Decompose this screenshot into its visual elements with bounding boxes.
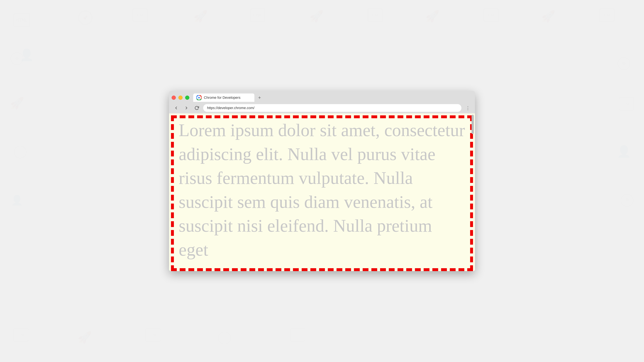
bg-icon-1: HTML (13, 13, 30, 28)
active-tab[interactable]: Chrome for Developers (193, 93, 254, 102)
svg-point-29 (14, 146, 26, 158)
svg-text:⚙: ⚙ (15, 56, 19, 61)
bg-icon-9: HTML (483, 8, 499, 23)
bg-icon-left-1: 🚀 (10, 96, 24, 112)
bg-icon-left-2 (13, 145, 27, 160)
svg-text:HTML: HTML (136, 13, 144, 17)
svg-text:🚀: 🚀 (10, 96, 24, 110)
svg-text:⚙: ⚙ (622, 61, 626, 66)
bg-icon-2: 🚀 (77, 10, 94, 26)
svg-text:👤: 👤 (20, 48, 34, 62)
svg-text:🚀: 🚀 (541, 10, 556, 23)
reload-button[interactable] (193, 104, 200, 112)
scrollbar[interactable] (471, 113, 474, 271)
svg-text:👤: 👤 (11, 195, 23, 206)
bg-icon-3: HTML (132, 8, 148, 23)
maximize-button[interactable] (185, 96, 189, 100)
browser-window: Chrome for Developers + (169, 91, 475, 271)
svg-text:HTML: HTML (16, 17, 27, 23)
svg-text:🚀: 🚀 (310, 10, 324, 23)
svg-text:🚀: 🚀 (194, 10, 208, 23)
svg-text:HTML: HTML (602, 13, 611, 17)
url-text: https://developer.chrome.com/ (207, 106, 458, 110)
forward-button[interactable] (182, 104, 190, 112)
svg-text:HTML: HTML (622, 102, 631, 105)
tab-favicon (196, 95, 202, 100)
minimize-button[interactable] (178, 96, 182, 100)
bg-icon-b5 (290, 328, 306, 343)
svg-point-40 (198, 97, 200, 98)
svg-text:HTML: HTML (16, 333, 25, 337)
svg-text:🚀: 🚀 (83, 15, 88, 20)
close-button[interactable] (172, 96, 176, 100)
bg-icon-b4 (217, 331, 232, 346)
bg-icon-6: 🚀 (309, 10, 324, 25)
bg-icon-left-3: 👤 (10, 193, 24, 208)
bg-icon-8: 🚀 (425, 10, 440, 25)
bg-icon-right-4: ⚙ (620, 193, 634, 208)
bg-icon-r2-2: 👤 (19, 48, 34, 63)
bg-icon-b3: HTML (145, 328, 161, 343)
back-button[interactable] (172, 104, 180, 112)
bg-icon-10: 🚀 (541, 10, 556, 25)
bg-icon-7: HTML (367, 8, 383, 23)
svg-text:⚙: ⚙ (625, 197, 629, 202)
bg-icon-b1: HTML (13, 328, 29, 343)
bg-icon-11: HTML (599, 8, 615, 23)
address-bar[interactable]: https://developer.chrome.com/ (203, 104, 462, 112)
svg-text:HTML: HTML (371, 13, 380, 17)
svg-rect-37 (290, 328, 305, 341)
nav-bar: https://developer.chrome.com/ ⋮ (169, 102, 475, 113)
svg-point-36 (218, 332, 231, 344)
page-content: Lorem ipsum dolor sit amet, consectetur … (169, 113, 475, 271)
svg-text:HTML: HTML (253, 13, 262, 17)
dashed-border (171, 115, 473, 271)
back-icon (174, 106, 178, 110)
svg-text:🚀: 🚀 (78, 331, 92, 344)
svg-text:HTML: HTML (148, 333, 157, 337)
reload-icon (194, 106, 199, 110)
bg-icon-right-1: ⚙ (617, 56, 631, 71)
bg-icon-5: HTML (250, 8, 266, 23)
svg-text:👤: 👤 (617, 145, 631, 158)
bg-icon-right-2: HTML (618, 96, 634, 112)
bg-icon-right-3: 👤 (617, 145, 631, 160)
menu-button[interactable]: ⋮ (464, 104, 472, 112)
title-bar: Chrome for Developers + (169, 91, 475, 113)
svg-text:🚀: 🚀 (425, 10, 440, 23)
scrollbar-thumb[interactable] (472, 115, 474, 134)
bg-icon-4: 🚀 (193, 10, 208, 25)
tab-bar: Chrome for Developers + (169, 91, 475, 102)
tab-title: Chrome for Developers (204, 96, 240, 100)
bg-icon-b2: 🚀 (77, 331, 92, 346)
svg-text:HTML: HTML (487, 13, 496, 17)
new-tab-button[interactable]: + (256, 94, 264, 101)
window-controls (172, 96, 189, 100)
forward-icon (184, 106, 189, 110)
